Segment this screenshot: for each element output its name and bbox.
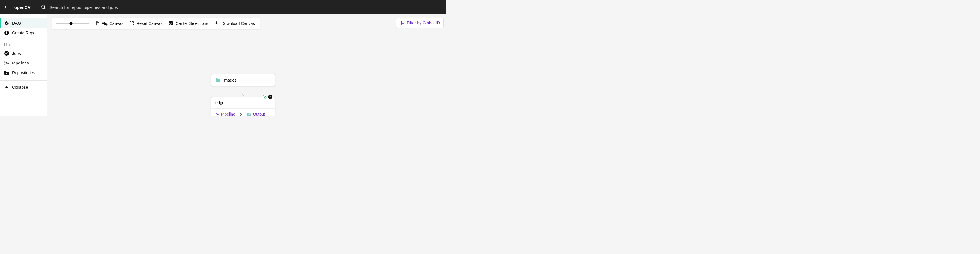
brand-name[interactable]: openCV (14, 5, 30, 10)
dag-repo-node[interactable]: images (211, 74, 275, 86)
sidebar-item-jobs[interactable]: Jobs (0, 48, 47, 58)
pipeline-link-label: Pipeline (221, 112, 235, 116)
repositories-icon (4, 70, 9, 75)
output-link-label: Output (253, 112, 265, 116)
jobs-icon (4, 51, 9, 56)
sidebar-item-repositories[interactable]: Repositories (0, 68, 47, 78)
svg-point-9 (402, 23, 404, 24)
sidebar-item-label: Jobs (12, 51, 21, 56)
slider-track (56, 23, 89, 24)
center-selections-button[interactable]: Center Selections (165, 18, 211, 29)
pipeline-link[interactable]: Pipeline (215, 112, 235, 116)
search-wrap (41, 5, 442, 10)
collapse-icon (4, 85, 9, 90)
reset-canvas-button[interactable]: Reset Canvas (126, 18, 165, 29)
filter-sliders-icon (400, 21, 404, 25)
folder-plus-icon (215, 77, 221, 83)
filter-label: Filter by Global ID (407, 21, 440, 25)
svg-point-14 (218, 113, 219, 115)
svg-rect-6 (6, 73, 7, 73)
search-input[interactable] (49, 5, 164, 10)
toolbar-label: Reset Canvas (137, 21, 162, 26)
back-button[interactable] (3, 4, 9, 10)
canvas-area[interactable]: Flip Canvas Reset Canvas Center Selectio… (47, 14, 446, 116)
chevron-right-icon (240, 112, 242, 116)
toolbar-label: Flip Canvas (102, 21, 124, 26)
sidebar-divider (0, 80, 47, 81)
plus-circle-icon (4, 30, 9, 35)
dag-pipeline-node[interactable]: edges Pipeline Output (211, 97, 275, 116)
sidebar: DAG Create Repo Lists Jobs Pipelines (0, 14, 47, 116)
sidebar-item-label: Pipelines (12, 61, 29, 65)
output-link[interactable]: Output (247, 112, 265, 116)
sidebar-item-create-repo[interactable]: Create Repo (0, 28, 47, 38)
sidebar-lists-header: Lists (0, 39, 47, 48)
svg-point-4 (4, 64, 5, 65)
download-icon (214, 21, 219, 26)
svg-point-8 (401, 21, 402, 22)
pipelines-icon (4, 61, 9, 65)
folder-plus-small-icon (247, 112, 251, 116)
dag-repo-name: images (223, 78, 237, 83)
app-header: openCV (0, 0, 446, 14)
canvas-toolbar: Flip Canvas Reset Canvas Center Selectio… (52, 18, 260, 29)
reset-icon (129, 21, 134, 26)
dag-pipeline-footer: Pipeline Output (212, 109, 275, 116)
center-icon (168, 21, 173, 26)
pipeline-small-icon (215, 112, 220, 116)
download-canvas-button[interactable]: Download Canvas (211, 18, 258, 29)
search-icon (41, 5, 46, 10)
status-success-badge[interactable] (262, 95, 267, 99)
sidebar-collapse-label: Collapse (12, 85, 28, 89)
sidebar-collapse-button[interactable]: Collapse (0, 82, 47, 93)
flip-icon (94, 21, 99, 26)
sidebar-item-pipelines[interactable]: Pipelines (0, 58, 47, 68)
toolbar-label: Center Selections (176, 21, 208, 26)
sidebar-item-label: Create Repo (12, 30, 35, 35)
slider-thumb[interactable] (70, 22, 73, 25)
dag-edge-arrowhead (242, 94, 245, 96)
sidebar-item-dag[interactable]: DAG (0, 18, 47, 28)
sidebar-item-label: Repositories (12, 70, 35, 75)
zoom-slider[interactable] (54, 23, 91, 24)
flip-canvas-button[interactable]: Flip Canvas (91, 18, 126, 29)
toolbar-label: Download Canvas (221, 21, 255, 26)
svg-point-3 (4, 61, 5, 62)
svg-point-13 (216, 115, 216, 115)
svg-point-12 (216, 113, 216, 113)
svg-point-5 (8, 62, 9, 64)
dag-node-badges (262, 95, 272, 99)
dag-icon (4, 21, 9, 26)
filter-global-id-button[interactable]: Filter by Global ID (396, 18, 444, 28)
status-jobs-badge[interactable] (268, 95, 272, 99)
sidebar-item-label: DAG (12, 21, 21, 26)
arrow-left-icon (4, 5, 8, 10)
